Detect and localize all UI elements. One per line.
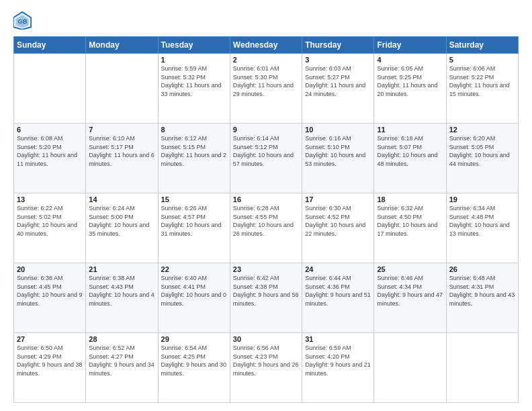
day-number: 3 [305, 56, 371, 64]
calendar-cell: 14Sunrise: 6:24 AMSunset: 5:00 PMDayligh… [86, 193, 158, 263]
calendar-cell: 7Sunrise: 6:10 AMSunset: 5:17 PMDaylight… [86, 124, 158, 193]
calendar-cell: 21Sunrise: 6:38 AMSunset: 4:43 PMDayligh… [86, 263, 158, 333]
day-number: 22 [161, 265, 227, 273]
day-info: Sunrise: 6:16 AMSunset: 5:10 PMDaylight:… [305, 134, 371, 168]
day-info: Sunrise: 6:01 AMSunset: 5:30 PMDaylight:… [233, 64, 299, 98]
day-number: 14 [89, 195, 154, 203]
day-info: Sunrise: 6:56 AMSunset: 4:23 PMDaylight:… [233, 344, 299, 377]
day-number: 19 [449, 195, 515, 203]
calendar-week-4: 20Sunrise: 6:36 AMSunset: 4:45 PMDayligh… [14, 263, 519, 333]
day-info: Sunrise: 6:30 AMSunset: 4:52 PMDaylight:… [305, 204, 371, 238]
day-info: Sunrise: 6:18 AMSunset: 5:07 PMDaylight:… [377, 134, 443, 168]
page: GB SundayMondayTuesdayWednesdayThursdayF… [0, 0, 532, 411]
day-info: Sunrise: 6:10 AMSunset: 5:17 PMDaylight:… [89, 134, 154, 168]
day-info: Sunrise: 6:14 AMSunset: 5:12 PMDaylight:… [233, 134, 299, 168]
calendar-cell [86, 54, 158, 124]
day-number: 23 [233, 265, 299, 273]
day-number: 5 [449, 56, 515, 64]
calendar-cell: 30Sunrise: 6:56 AMSunset: 4:23 PMDayligh… [230, 333, 302, 403]
calendar-week-5: 27Sunrise: 6:50 AMSunset: 4:29 PMDayligh… [14, 333, 519, 403]
calendar-cell: 16Sunrise: 6:28 AMSunset: 4:55 PMDayligh… [230, 193, 302, 263]
day-info: Sunrise: 6:05 AMSunset: 5:25 PMDaylight:… [377, 64, 443, 98]
logo-icon: GB [13, 11, 32, 30]
day-header-tuesday: Tuesday [158, 37, 230, 54]
calendar-cell: 18Sunrise: 6:32 AMSunset: 4:50 PMDayligh… [374, 193, 446, 263]
calendar-cell: 26Sunrise: 6:48 AMSunset: 4:31 PMDayligh… [446, 263, 518, 333]
calendar-cell [374, 333, 446, 403]
day-info: Sunrise: 6:36 AMSunset: 4:45 PMDaylight:… [17, 274, 83, 308]
day-number: 31 [305, 335, 371, 343]
day-number: 26 [449, 265, 515, 273]
day-info: Sunrise: 6:06 AMSunset: 5:22 PMDaylight:… [449, 64, 515, 98]
calendar-cell: 15Sunrise: 6:26 AMSunset: 4:57 PMDayligh… [158, 193, 230, 263]
day-info: Sunrise: 6:24 AMSunset: 5:00 PMDaylight:… [89, 204, 154, 238]
calendar-cell: 2Sunrise: 6:01 AMSunset: 5:30 PMDaylight… [230, 54, 302, 124]
day-info: Sunrise: 6:08 AMSunset: 5:20 PMDaylight:… [17, 134, 83, 168]
day-number: 13 [17, 195, 83, 203]
day-number: 10 [305, 126, 371, 134]
day-header-friday: Friday [374, 37, 446, 54]
calendar-table: SundayMondayTuesdayWednesdayThursdayFrid… [13, 36, 519, 403]
calendar-cell: 12Sunrise: 6:20 AMSunset: 5:05 PMDayligh… [446, 124, 518, 193]
day-info: Sunrise: 6:44 AMSunset: 4:36 PMDaylight:… [305, 274, 371, 308]
logo: GB [13, 11, 35, 30]
day-number: 27 [17, 335, 83, 343]
calendar-cell: 31Sunrise: 6:59 AMSunset: 4:20 PMDayligh… [302, 333, 374, 403]
calendar-cell: 17Sunrise: 6:30 AMSunset: 4:52 PMDayligh… [302, 193, 374, 263]
day-number: 2 [233, 56, 299, 64]
day-info: Sunrise: 6:22 AMSunset: 5:02 PMDaylight:… [17, 204, 83, 238]
calendar-cell: 24Sunrise: 6:44 AMSunset: 4:36 PMDayligh… [302, 263, 374, 333]
day-info: Sunrise: 5:59 AMSunset: 5:32 PMDaylight:… [161, 64, 227, 98]
day-number: 30 [233, 335, 299, 343]
day-info: Sunrise: 6:03 AMSunset: 5:27 PMDaylight:… [305, 64, 371, 98]
day-number: 21 [89, 265, 154, 273]
day-number: 20 [17, 265, 83, 273]
calendar-cell: 13Sunrise: 6:22 AMSunset: 5:02 PMDayligh… [14, 193, 86, 263]
header: GB [13, 11, 519, 30]
day-info: Sunrise: 6:32 AMSunset: 4:50 PMDaylight:… [377, 204, 443, 238]
svg-text:GB: GB [18, 18, 28, 25]
day-header-wednesday: Wednesday [230, 37, 302, 54]
day-info: Sunrise: 6:20 AMSunset: 5:05 PMDaylight:… [449, 134, 515, 168]
day-info: Sunrise: 6:26 AMSunset: 4:57 PMDaylight:… [161, 204, 227, 238]
calendar-cell: 10Sunrise: 6:16 AMSunset: 5:10 PMDayligh… [302, 124, 374, 193]
calendar-cell: 25Sunrise: 6:46 AMSunset: 4:34 PMDayligh… [374, 263, 446, 333]
day-number: 9 [233, 126, 299, 134]
day-info: Sunrise: 6:46 AMSunset: 4:34 PMDaylight:… [377, 274, 443, 308]
calendar-cell: 4Sunrise: 6:05 AMSunset: 5:25 PMDaylight… [374, 54, 446, 124]
calendar-cell: 8Sunrise: 6:12 AMSunset: 5:15 PMDaylight… [158, 124, 230, 193]
calendar-cell: 23Sunrise: 6:42 AMSunset: 4:38 PMDayligh… [230, 263, 302, 333]
day-number: 6 [17, 126, 83, 134]
calendar-week-1: 1Sunrise: 5:59 AMSunset: 5:32 PMDaylight… [14, 54, 519, 124]
day-info: Sunrise: 6:40 AMSunset: 4:41 PMDaylight:… [161, 274, 227, 308]
calendar-cell: 3Sunrise: 6:03 AMSunset: 5:27 PMDaylight… [302, 54, 374, 124]
day-number: 25 [377, 265, 443, 273]
day-number: 24 [305, 265, 371, 273]
calendar-cell: 11Sunrise: 6:18 AMSunset: 5:07 PMDayligh… [374, 124, 446, 193]
calendar-week-3: 13Sunrise: 6:22 AMSunset: 5:02 PMDayligh… [14, 193, 519, 263]
calendar-cell [14, 54, 86, 124]
day-number: 4 [377, 56, 443, 64]
calendar-cell: 28Sunrise: 6:52 AMSunset: 4:27 PMDayligh… [86, 333, 158, 403]
day-number: 16 [233, 195, 299, 203]
day-number: 8 [161, 126, 227, 134]
day-number: 15 [161, 195, 227, 203]
day-header-monday: Monday [86, 37, 158, 54]
day-number: 18 [377, 195, 443, 203]
calendar-cell: 20Sunrise: 6:36 AMSunset: 4:45 PMDayligh… [14, 263, 86, 333]
day-info: Sunrise: 6:48 AMSunset: 4:31 PMDaylight:… [449, 274, 515, 308]
day-header-saturday: Saturday [446, 37, 518, 54]
day-number: 11 [377, 126, 443, 134]
calendar-cell: 19Sunrise: 6:34 AMSunset: 4:48 PMDayligh… [446, 193, 518, 263]
day-info: Sunrise: 6:59 AMSunset: 4:20 PMDaylight:… [305, 344, 371, 377]
day-info: Sunrise: 6:28 AMSunset: 4:55 PMDaylight:… [233, 204, 299, 238]
day-info: Sunrise: 6:42 AMSunset: 4:38 PMDaylight:… [233, 274, 299, 308]
day-info: Sunrise: 6:50 AMSunset: 4:29 PMDaylight:… [17, 344, 83, 377]
calendar-cell: 29Sunrise: 6:54 AMSunset: 4:25 PMDayligh… [158, 333, 230, 403]
day-number: 17 [305, 195, 371, 203]
day-info: Sunrise: 6:34 AMSunset: 4:48 PMDaylight:… [449, 204, 515, 238]
calendar-week-2: 6Sunrise: 6:08 AMSunset: 5:20 PMDaylight… [14, 124, 519, 193]
calendar-cell: 22Sunrise: 6:40 AMSunset: 4:41 PMDayligh… [158, 263, 230, 333]
calendar-cell [446, 333, 518, 403]
calendar-cell: 6Sunrise: 6:08 AMSunset: 5:20 PMDaylight… [14, 124, 86, 193]
